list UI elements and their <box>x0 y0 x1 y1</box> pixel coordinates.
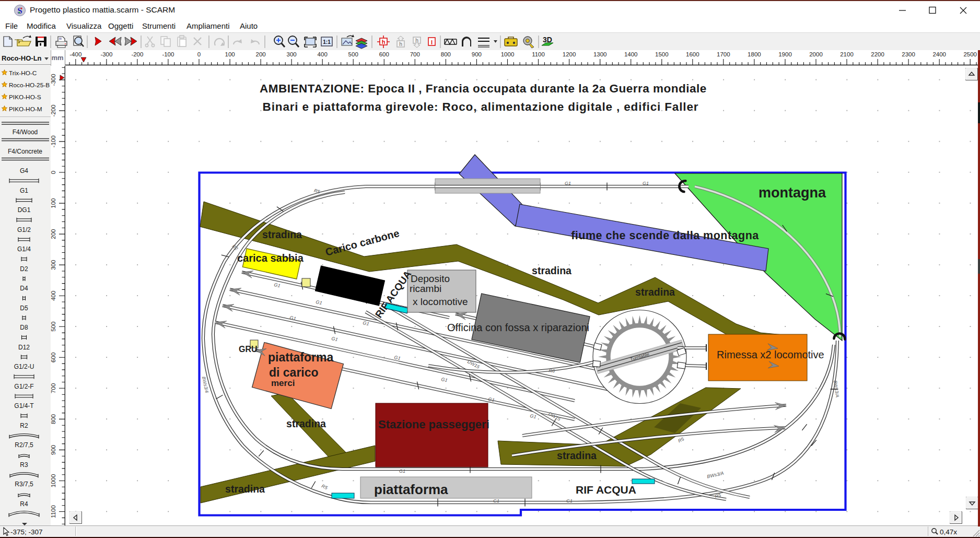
svg-text:-200: -200 <box>131 51 143 57</box>
svg-text:D12: D12 <box>18 344 30 351</box>
svg-text:Officina con fossa x riparazio: Officina con fossa x riparazioni <box>447 322 589 333</box>
svg-text:D4: D4 <box>20 285 28 292</box>
svg-text:G1: G1 <box>399 469 405 474</box>
svg-text:1000: 1000 <box>501 51 515 57</box>
svg-text:1400: 1400 <box>624 51 638 57</box>
svg-text:GRU: GRU <box>239 345 258 354</box>
svg-text:montagna: montagna <box>759 185 826 201</box>
svg-text:Roco-HO-25-B: Roco-HO-25-B <box>9 81 50 89</box>
svg-text:R3: R3 <box>20 461 28 469</box>
svg-text:-100: -100 <box>51 135 56 147</box>
svg-text:PIKO-HO-S: PIKO-HO-S <box>9 93 41 101</box>
svg-text:500: 500 <box>51 322 56 332</box>
svg-text:R2: R2 <box>20 422 28 429</box>
svg-text:200: 200 <box>256 51 266 57</box>
svg-text:F4/Concrete: F4/Concrete <box>8 148 42 155</box>
svg-text:stradina: stradina <box>262 229 302 240</box>
svg-text:x locomotive: x locomotive <box>413 296 468 307</box>
svg-text:G1/4-T: G1/4-T <box>14 402 34 410</box>
svg-text:-300: -300 <box>51 74 56 86</box>
svg-text:400: 400 <box>318 51 328 57</box>
svg-text:400: 400 <box>51 291 56 301</box>
svg-text:fiume che scende dalla montagn: fiume che scende dalla montagna <box>571 229 759 242</box>
svg-text:I: I <box>431 39 433 45</box>
svg-text:100: 100 <box>51 198 56 208</box>
svg-text:1100: 1100 <box>532 51 545 57</box>
svg-text:1300: 1300 <box>593 51 607 57</box>
svg-text:PIKO-HO-M: PIKO-HO-M <box>9 106 42 113</box>
svg-text:900: 900 <box>51 445 56 455</box>
svg-text:2500: 2500 <box>963 51 977 57</box>
svg-text:2200: 2200 <box>871 51 884 57</box>
svg-text:300: 300 <box>287 51 297 57</box>
svg-text:DG1: DG1 <box>18 206 31 214</box>
svg-text:merci: merci <box>271 378 295 388</box>
svg-text:100: 100 <box>225 51 235 57</box>
svg-text:1800: 1800 <box>748 51 761 57</box>
svg-text:Binari e piattaforma girevole:: Binari e piattaforma girevole: Roco, ali… <box>263 100 699 113</box>
svg-text:R2/7,5: R2/7,5 <box>15 441 33 449</box>
svg-text:G1: G1 <box>20 187 28 194</box>
svg-text:700: 700 <box>51 383 56 393</box>
svg-text:Trix-HO-C: Trix-HO-C <box>9 69 37 77</box>
svg-text:800: 800 <box>51 414 56 424</box>
svg-text:Stazione passeggeri: Stazione passeggeri <box>378 418 489 431</box>
svg-text:0: 0 <box>197 51 201 57</box>
svg-text:Rimessa x2 locomotive: Rimessa x2 locomotive <box>717 349 824 360</box>
svg-text:1900: 1900 <box>778 51 792 57</box>
svg-text:3D: 3D <box>543 36 552 44</box>
svg-text:stradina: stradina <box>286 418 326 429</box>
svg-text:-400: -400 <box>69 51 81 57</box>
svg-text:h: h <box>415 38 418 43</box>
svg-text:RIF ACQUA: RIF ACQUA <box>576 484 636 496</box>
svg-text:G1: G1 <box>493 498 499 504</box>
svg-text:mm: mm <box>51 54 63 62</box>
svg-text:R6: R6 <box>549 368 555 374</box>
svg-text:G1/2-U: G1/2-U <box>14 363 34 370</box>
svg-text:h: h <box>382 39 386 45</box>
svg-text:piattaforma: piattaforma <box>374 482 448 497</box>
svg-text:600: 600 <box>51 353 56 362</box>
svg-text:piattaforma: piattaforma <box>268 350 333 364</box>
svg-text:G1/2: G1/2 <box>17 226 31 233</box>
svg-text:G1: G1 <box>643 181 649 186</box>
svg-text:1600: 1600 <box>686 51 699 57</box>
svg-text:1200: 1200 <box>563 51 576 57</box>
svg-text:stradina: stradina <box>532 265 571 276</box>
svg-text:stradina: stradina <box>225 483 265 495</box>
svg-text:ricambi: ricambi <box>410 283 441 294</box>
svg-text:2000: 2000 <box>809 51 823 57</box>
svg-text:S: S <box>17 6 22 16</box>
svg-text:G4: G4 <box>20 167 28 174</box>
svg-text:h: h <box>399 41 402 47</box>
svg-text:1100: 1100 <box>51 505 56 518</box>
svg-text:stradina: stradina <box>557 450 597 461</box>
svg-text:AMBIENTAZIONE: Epoca II , Fran: AMBIENTAZIONE: Epoca II , Francia occupa… <box>260 82 707 95</box>
svg-text:-300: -300 <box>100 51 112 57</box>
svg-text:1700: 1700 <box>717 51 730 57</box>
svg-text:carica sabbia: carica sabbia <box>237 252 304 264</box>
svg-text:500: 500 <box>348 51 358 57</box>
svg-text:Deposito: Deposito <box>411 273 450 284</box>
svg-text:di carico: di carico <box>269 366 319 379</box>
svg-text:800: 800 <box>441 51 451 57</box>
svg-text:D8: D8 <box>20 324 28 331</box>
svg-text:1500: 1500 <box>655 51 669 57</box>
svg-text:stradina: stradina <box>635 286 675 298</box>
svg-text:D2: D2 <box>20 265 28 273</box>
svg-text:F4/Wood: F4/Wood <box>13 128 38 136</box>
svg-text:G1: G1 <box>566 498 573 504</box>
svg-text:-200: -200 <box>51 104 56 116</box>
svg-text:G1: G1 <box>565 181 571 186</box>
svg-text:D5: D5 <box>20 305 28 312</box>
svg-text:600: 600 <box>379 51 389 57</box>
svg-text:R4: R4 <box>20 500 28 508</box>
svg-text:Roco-HO-Ln: Roco-HO-Ln <box>2 54 42 62</box>
svg-text:R3/7,5: R3/7,5 <box>15 481 33 488</box>
svg-text:1:1: 1:1 <box>323 39 331 45</box>
svg-text:1000: 1000 <box>51 474 56 488</box>
svg-text:G1/2-F: G1/2-F <box>14 383 33 390</box>
svg-text:300: 300 <box>51 260 56 270</box>
svg-text:0: 0 <box>51 171 56 174</box>
svg-text:2300: 2300 <box>902 51 915 57</box>
